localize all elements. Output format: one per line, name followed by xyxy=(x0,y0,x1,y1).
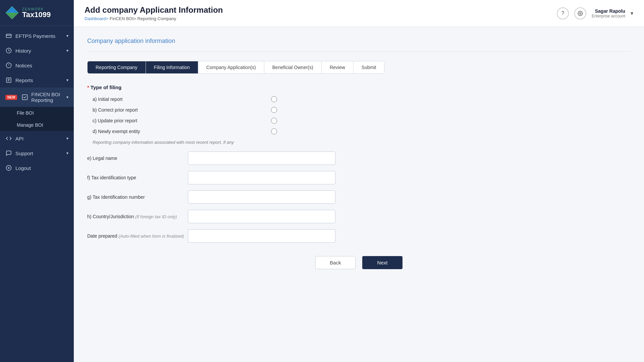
sidebar-label-history: History xyxy=(15,48,31,54)
section-title: Company application information xyxy=(87,38,631,45)
label-date-prepared: Date prepared (Auto-filled when form is … xyxy=(87,233,188,239)
user-role: Enterprise account xyxy=(592,14,625,18)
filing-type-section: * Type of filing a) Initial report b) Co… xyxy=(87,84,631,243)
new-badge: NEW xyxy=(5,95,17,100)
header-actions: ? Sagar Rapolu Enterprise account ▾ xyxy=(557,7,633,19)
payments-icon xyxy=(5,33,12,39)
input-country[interactable] xyxy=(188,210,335,223)
radio-row-update: c) Update prior report xyxy=(93,118,277,124)
input-legal-name[interactable] xyxy=(188,152,335,165)
input-tax-id-number[interactable] xyxy=(188,190,335,204)
required-marker: * xyxy=(87,84,89,90)
label-tax-id-type: f) Tax identification type xyxy=(87,175,188,180)
chevron-down-icon: ▾ xyxy=(66,151,68,156)
settings-button[interactable] xyxy=(574,7,586,19)
user-dropdown-arrow[interactable]: ▾ xyxy=(631,10,633,16)
tab-reporting-company[interactable]: Reporting Company xyxy=(88,61,146,73)
radio-input-exempt[interactable] xyxy=(271,128,277,134)
svg-marker-2 xyxy=(6,7,18,13)
divider xyxy=(87,51,631,52)
sidebar-label-fincen: FINCEN BOI Reporting xyxy=(31,92,63,103)
fincen-icon xyxy=(22,94,28,101)
field-row-date-prepared: Date prepared (Auto-filled when form is … xyxy=(87,229,631,243)
radio-input-initial[interactable] xyxy=(271,96,277,102)
sidebar-item-logout[interactable]: Logout xyxy=(0,161,74,175)
sidebar-item-manage-boi[interactable]: Manage BOI xyxy=(0,119,74,131)
api-icon xyxy=(5,135,12,142)
radio-input-correct[interactable] xyxy=(271,107,277,113)
input-tax-id-type[interactable] xyxy=(188,171,335,184)
sidebar-label-eftps: EFTPS Payments xyxy=(15,33,55,39)
field-row-legal-name: e) Legal name xyxy=(87,152,631,165)
sidebar-label-logout: Logout xyxy=(15,165,31,171)
tab-filing-information[interactable]: Filing Information xyxy=(146,61,198,73)
reports-icon xyxy=(5,77,12,83)
sidebar-item-reports[interactable]: Reports ▾ xyxy=(0,73,74,87)
logo: ZENWORK Tax1099 xyxy=(0,0,74,26)
radio-input-update[interactable] xyxy=(271,118,277,124)
hint-text: Reporting company information associated… xyxy=(93,140,631,145)
support-icon xyxy=(5,150,12,157)
label-legal-name: e) Legal name xyxy=(87,156,188,161)
field-row-tax-id-number: g) Tax Identification number xyxy=(87,190,631,204)
breadcrumb-path: FinCEN BOI> Reporting Company xyxy=(110,16,176,21)
sidebar-item-file-boi[interactable]: File BOI xyxy=(0,107,74,119)
radio-row-correct: b) Correct prior report xyxy=(93,107,277,113)
tab-company-application[interactable]: Company Application(s) xyxy=(198,61,264,73)
breadcrumb-dashboard[interactable]: Dashboard> xyxy=(85,16,108,21)
product-name: Tax1099 xyxy=(22,11,51,18)
form-actions: Back Next xyxy=(87,256,631,283)
logo-icon xyxy=(5,6,19,19)
next-button[interactable]: Next xyxy=(362,256,402,269)
user-name: Sagar Rapolu xyxy=(595,8,625,14)
label-country: h) Country/Jurisdiction (If foreign tax … xyxy=(87,214,188,219)
logo-text: ZENWORK Tax1099 xyxy=(22,7,51,18)
chevron-down-icon: ▾ xyxy=(66,34,68,38)
form-tabs: Reporting Company Filing Information Com… xyxy=(87,61,384,74)
sidebar-item-eftps[interactable]: EFTPS Payments ▾ xyxy=(0,28,74,43)
sidebar-label-api: API xyxy=(15,136,23,141)
input-date-prepared[interactable] xyxy=(188,229,335,243)
radio-label-update: c) Update prior report xyxy=(93,118,137,123)
sidebar: ZENWORK Tax1099 EFTPS Payments ▾ History… xyxy=(0,0,74,362)
tab-review[interactable]: Review xyxy=(322,61,354,73)
radio-label-correct: b) Correct prior report xyxy=(93,107,138,113)
back-button[interactable]: Back xyxy=(315,256,356,269)
svg-rect-4 xyxy=(6,34,11,38)
filing-type-title: * Type of filing xyxy=(87,84,631,90)
manage-boi-label: Manage BOI xyxy=(17,122,43,128)
chevron-down-icon: ▾ xyxy=(66,95,68,100)
tab-submit[interactable]: Submit xyxy=(354,61,384,73)
notices-icon xyxy=(5,62,12,69)
tab-beneficial-owner[interactable]: Beneficial Owner(s) xyxy=(264,61,322,73)
sidebar-label-support: Support xyxy=(15,150,33,156)
sidebar-item-notices[interactable]: Notices xyxy=(0,58,74,73)
form-content: Company application information Reportin… xyxy=(74,27,644,362)
sidebar-item-api[interactable]: API ▾ xyxy=(0,131,74,146)
radio-group: a) Initial report b) Correct prior repor… xyxy=(93,96,631,134)
sidebar-item-fincen[interactable]: NEW FINCEN BOI Reporting ▾ xyxy=(0,87,74,107)
page-title: Add company Applicant Information xyxy=(85,5,223,15)
gear-icon xyxy=(578,11,583,16)
fincen-sub-menu: File BOI Manage BOI xyxy=(0,107,74,131)
chevron-down-icon: ▾ xyxy=(66,136,68,141)
logout-icon xyxy=(5,165,12,171)
sidebar-label-notices: Notices xyxy=(15,63,32,68)
header-title-area: Add company Applicant Information Dashbo… xyxy=(85,5,223,21)
radio-label-initial: a) Initial report xyxy=(93,97,122,102)
sidebar-item-support[interactable]: Support ▾ xyxy=(0,146,74,161)
breadcrumb: Dashboard> FinCEN BOI> Reporting Company xyxy=(85,16,223,21)
page-header: Add company Applicant Information Dashbo… xyxy=(74,0,644,27)
user-info: Sagar Rapolu Enterprise account xyxy=(592,8,625,18)
main-content: Add company Applicant Information Dashbo… xyxy=(74,0,644,362)
svg-point-18 xyxy=(580,13,581,14)
field-row-tax-id-type: f) Tax identification type xyxy=(87,171,631,184)
help-button[interactable]: ? xyxy=(557,7,569,19)
radio-row-initial: a) Initial report xyxy=(93,96,277,102)
history-icon xyxy=(5,47,12,54)
sidebar-nav: EFTPS Payments ▾ History ▾ Notices Repor… xyxy=(0,26,74,362)
radio-row-exempt: d) Newly exempt entity xyxy=(93,128,277,134)
file-boi-label: File BOI xyxy=(17,110,34,116)
sidebar-label-reports: Reports xyxy=(15,77,33,83)
sidebar-item-history[interactable]: History ▾ xyxy=(0,43,74,58)
